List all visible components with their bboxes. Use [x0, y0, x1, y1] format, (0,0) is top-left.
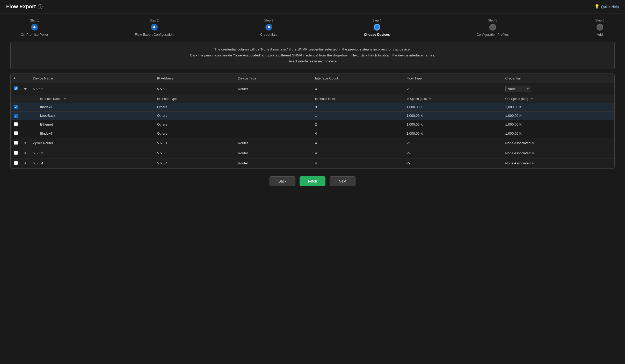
- device-1-icount: 4: [312, 83, 403, 95]
- th-select-all: [11, 74, 21, 83]
- device-4-pencil-icon[interactable]: ✏: [532, 161, 535, 165]
- step-1-name: On-Premise Poller: [21, 33, 48, 37]
- if4-empty2: [235, 129, 312, 138]
- line-1-2: [48, 23, 135, 23]
- device-1-type: Router: [235, 83, 312, 95]
- if2-index: 1: [312, 111, 403, 120]
- fetch-button[interactable]: Fetch: [300, 176, 325, 186]
- device-3-ip: 5.5.5.3: [154, 148, 235, 158]
- device-3-name: 5.5.5.3: [30, 148, 154, 158]
- device-4-checkbox[interactable]: [14, 161, 18, 165]
- info-box: The credential column will be 'None Asso…: [10, 42, 615, 69]
- device-3-icount: 4: [312, 148, 403, 158]
- if4-cb-cell[interactable]: [11, 129, 21, 138]
- step-4: Step 4 Choose Devices: [364, 19, 390, 37]
- step-6-dot: [597, 24, 603, 31]
- device-3-credential-cell: None Associated ✏: [502, 148, 614, 158]
- device-2-icount: 4: [312, 138, 403, 148]
- if3-name: Ethernet: [30, 120, 154, 129]
- sub-th-cb: [11, 95, 21, 103]
- step-1-top-label: Step 1: [30, 19, 39, 22]
- device-4-credential-cell: None Associated ✏: [502, 158, 614, 168]
- th-expand: [21, 74, 30, 83]
- device-3-pencil-icon[interactable]: ✏: [532, 151, 535, 155]
- devices-table-container: Device Name IP Address Device Type Inter…: [10, 74, 615, 169]
- in-speed-edit-icon[interactable]: ✏: [429, 97, 432, 101]
- th-device-type: Device Type: [235, 74, 312, 83]
- device-3-expand[interactable]: [21, 148, 30, 158]
- if3-empty2: [235, 120, 312, 129]
- out-speed-edit-icon[interactable]: ✏: [530, 97, 533, 101]
- device-4-checkbox-cell[interactable]: [11, 158, 21, 168]
- step-5: Step 5 Configuration Profiles: [476, 19, 508, 37]
- if3-cb-cell[interactable]: [11, 120, 21, 129]
- device-1-expand[interactable]: [21, 83, 30, 95]
- step-3-name: Credentials: [260, 33, 277, 37]
- if1-checkbox-checked[interactable]: [14, 105, 18, 109]
- expand-all-icon[interactable]: [14, 76, 16, 80]
- line-3-4: [277, 23, 364, 23]
- step-4-name: Choose Devices: [364, 33, 390, 37]
- device-4-credential-text: None Associated: [505, 161, 531, 165]
- device-3-none-associated: None Associated ✏: [505, 151, 611, 155]
- table-row: 5.5.5.2 5.5.5.2 Router 4 V9 None: [11, 83, 614, 95]
- info-icon[interactable]: i: [38, 4, 42, 9]
- device-3-checkbox[interactable]: [14, 151, 18, 155]
- if2-empty: [21, 111, 30, 120]
- if4-checkbox[interactable]: [14, 131, 18, 135]
- device-2-flow: V9: [403, 138, 502, 148]
- device-2-checkbox-cell[interactable]: [11, 138, 21, 148]
- th-credential: Credential: [502, 74, 614, 83]
- if3-out-speed: 1,000.00 K: [502, 120, 614, 129]
- device-2-checkbox[interactable]: [14, 141, 18, 145]
- if2-empty2: [235, 111, 312, 120]
- step-3-dot: [265, 24, 272, 31]
- device-1-credential-select[interactable]: None: [505, 86, 531, 92]
- device-1-checkbox-cell[interactable]: [11, 83, 21, 95]
- if3-checkbox[interactable]: [14, 122, 18, 126]
- device-3-checkbox-cell[interactable]: [11, 148, 21, 158]
- line-5-6: [509, 23, 595, 23]
- interface-name-edit-icon[interactable]: ✏: [64, 97, 66, 101]
- sub-th-in-speed: In Speed (bps) ✏: [403, 95, 502, 103]
- if3-in-speed: 1,000.00 K: [403, 120, 502, 129]
- back-button[interactable]: Back: [270, 176, 295, 186]
- if4-name: IfIndex4: [30, 129, 154, 138]
- device-2-credential-cell: None Associated ✏: [502, 138, 614, 148]
- sub-th-interface-name: Interface Name ✏: [30, 95, 154, 103]
- device-1-credential-cell[interactable]: None: [502, 83, 614, 95]
- step-3: Step 3 Credentials: [260, 19, 277, 37]
- if1-out-speed: 1,000.00 K: [502, 103, 614, 111]
- device-4-expand[interactable]: [21, 158, 30, 168]
- step-6-name: Add: [597, 33, 603, 37]
- device-4-none-associated: None Associated ✏: [505, 161, 611, 165]
- if2-name: LoopBack: [30, 111, 154, 120]
- app-header: Flow Export i 💡 Quick Help: [0, 0, 625, 13]
- if2-cb-cell[interactable]: [11, 111, 21, 120]
- step-2-dot: [151, 24, 158, 31]
- chevron-right-icon: [14, 77, 16, 79]
- device-2-credential-text: None Associated: [505, 141, 531, 145]
- if1-empty: [21, 103, 30, 111]
- device-2-expand[interactable]: [21, 138, 30, 148]
- if1-cb-cell[interactable]: [11, 103, 21, 111]
- info-line1: The credential column will be 'None Asso…: [21, 47, 604, 53]
- step-4-dot: [374, 24, 380, 31]
- step-2-top-label: Step 2: [150, 19, 159, 22]
- app-title-container: Flow Export i: [6, 4, 42, 10]
- if2-checkbox-checked[interactable]: [14, 114, 18, 118]
- if2-out-speed: 1,000.00 K: [502, 111, 614, 120]
- line-4-5: [390, 23, 477, 23]
- quick-help-link[interactable]: 💡 Quick Help: [594, 4, 619, 9]
- next-button[interactable]: Next: [330, 176, 355, 186]
- if4-empty: [21, 129, 30, 138]
- if4-type: Others: [154, 129, 235, 138]
- step-6-top-label: Step 6: [595, 19, 604, 22]
- device-1-checkbox[interactable]: [14, 86, 18, 90]
- sub-th-empty: [235, 95, 312, 103]
- step-2: Step 2 Flow Export Configuration: [135, 19, 174, 37]
- device-2-pencil-icon[interactable]: ✏: [532, 141, 535, 145]
- device-4-type: Router: [235, 158, 312, 168]
- if3-index: 2: [312, 120, 403, 129]
- device-3-credential-text: None Associated: [505, 151, 531, 155]
